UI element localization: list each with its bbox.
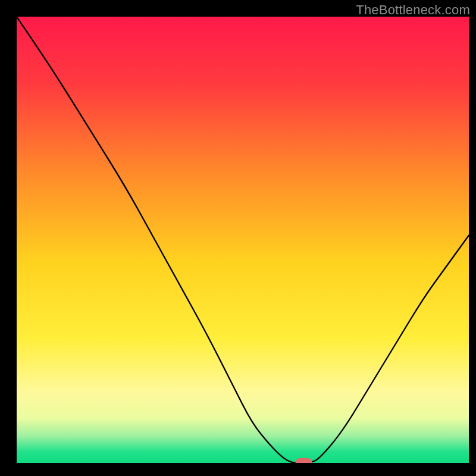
chart-svg	[17, 17, 469, 463]
optimal-marker	[296, 458, 312, 463]
chart-plot-area	[17, 17, 469, 463]
watermark-text: TheBottleneck.com	[356, 2, 470, 18]
gradient-background	[17, 17, 469, 463]
chart-frame: TheBottleneck.com	[0, 0, 476, 476]
